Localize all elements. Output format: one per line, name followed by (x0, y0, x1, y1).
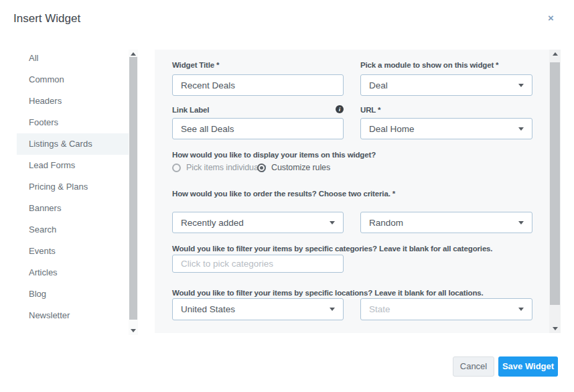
link-label-input[interactable] (172, 118, 344, 139)
widget-settings-form: Widget Title * Pick a module to show on … (155, 50, 561, 333)
categories-question-label: Would you like to filter your items by s… (172, 244, 492, 253)
sidebar-item-footers[interactable]: Footers (17, 112, 129, 133)
form-scrollbar[interactable] (549, 50, 561, 333)
close-icon[interactable]: × (548, 13, 554, 23)
cancel-button[interactable]: Cancel (453, 356, 494, 377)
link-label-label: Link Label (172, 105, 344, 115)
order-secondary-value: Random (369, 218, 513, 228)
sidebar-item-listings-cards[interactable]: Listings & Cards (17, 133, 129, 155)
chevron-down-icon (330, 308, 335, 311)
radio-customize-rules[interactable]: Customize rules (257, 163, 330, 172)
categories-picker-input[interactable] (172, 255, 344, 273)
sidebar-item-blog[interactable]: Blog (17, 283, 129, 305)
locations-question-label: Would you like to filter your items by s… (172, 288, 484, 298)
display-question-label: How would you like to display your items… (172, 150, 376, 159)
sidebar-item-all[interactable]: All (17, 48, 129, 69)
page-title: Insert Widget (13, 12, 80, 25)
scroll-up-icon[interactable] (553, 52, 558, 56)
scroll-up-icon[interactable] (131, 52, 136, 56)
sidebar-item-events[interactable]: Events (17, 241, 129, 262)
scroll-down-icon[interactable] (553, 327, 558, 330)
order-primary-value: Recently added (181, 218, 324, 228)
scrollbar-thumb[interactable] (129, 57, 137, 320)
sidebar-scrollbar[interactable] (129, 50, 138, 335)
radio-pick-items-individually[interactable]: Pick items individually (172, 163, 266, 172)
url-select-value: Deal Home (369, 124, 513, 134)
radio-label: Pick items individually (186, 163, 266, 172)
sidebar-item-newsletter[interactable]: Newsletter (17, 305, 129, 326)
order-secondary-select[interactable]: Random (360, 212, 532, 233)
sidebar-item-articles[interactable]: Articles (17, 262, 129, 283)
order-question-label: How would you like to order the results?… (172, 188, 400, 199)
order-primary-select[interactable]: Recently added (172, 212, 344, 233)
chevron-down-icon (518, 84, 524, 87)
url-label: URL * (360, 105, 532, 115)
country-select[interactable]: United States (172, 298, 344, 320)
module-select[interactable]: Deal (360, 74, 532, 96)
sidebar-item-search[interactable]: Search (17, 219, 129, 241)
module-label: Pick a module to show on this widget * (360, 60, 532, 70)
widget-title-label: Widget Title * (172, 60, 344, 70)
sidebar-item-pricing-plans[interactable]: Pricing & Plans (17, 176, 129, 198)
chevron-down-icon (518, 308, 524, 311)
scroll-down-icon[interactable] (131, 329, 136, 332)
sidebar-item-common[interactable]: Common (17, 69, 129, 90)
radio-icon (172, 164, 181, 172)
chevron-down-icon (330, 221, 335, 224)
url-select[interactable]: Deal Home (360, 118, 532, 139)
widget-category-sidebar: All Common Headers Footers Listings & Ca… (17, 48, 129, 326)
sidebar-item-banners[interactable]: Banners (17, 198, 129, 219)
state-select-placeholder: State (369, 304, 513, 314)
scrollbar-thumb[interactable] (550, 62, 560, 305)
country-select-value: United States (181, 304, 324, 314)
radio-label: Customize rules (271, 163, 330, 172)
radio-checked-icon (257, 164, 266, 172)
state-select[interactable]: State (360, 298, 532, 320)
widget-title-input[interactable] (172, 74, 344, 96)
sidebar-item-headers[interactable]: Headers (17, 90, 129, 112)
module-select-value: Deal (369, 80, 513, 90)
info-icon[interactable]: i (336, 105, 344, 113)
save-widget-button[interactable]: Save Widget (498, 356, 558, 377)
chevron-down-icon (518, 221, 524, 224)
sidebar-item-lead-forms[interactable]: Lead Forms (17, 155, 129, 176)
chevron-down-icon (518, 127, 524, 131)
